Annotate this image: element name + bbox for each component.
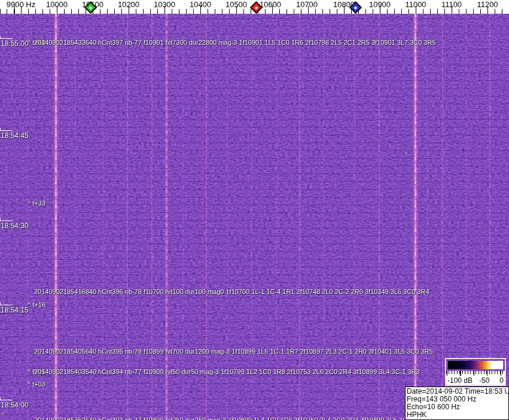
spectral-line — [151, 14, 153, 420]
colorbar-label-mid: -50 — [479, 376, 489, 385]
event-annotation: 20140902185416840 hCnt396 nb-78 f10700 h… — [34, 288, 429, 295]
spectral-line — [102, 14, 103, 420]
event-annotation: 20140902185403540 hCnt394 nb-77 f10900 h… — [34, 368, 420, 375]
spectral-line — [299, 14, 300, 420]
spectral-line — [166, 14, 167, 420]
db-colorbar: -100 dB -50 0 — [445, 358, 506, 386]
spectral-line — [426, 14, 428, 420]
spectral-line — [75, 14, 76, 420]
spectral-line — [379, 14, 380, 420]
time-label: 18:55:00 — [1, 39, 29, 48]
spectral-line — [227, 14, 228, 420]
time-tick — [0, 400, 13, 400]
time-label: 18:54:30 — [1, 222, 29, 230]
spectral-line — [251, 14, 252, 420]
colorbar-gradient — [448, 361, 503, 369]
time-label: 18:54:15 — [1, 306, 29, 314]
time-tick — [0, 305, 13, 305]
time-tick — [0, 130, 13, 131]
colorbar-label-max: 0 — [499, 376, 504, 385]
caret-mark: ^ — [1, 412, 4, 419]
spectral-line — [442, 14, 443, 420]
spectrogram[interactable]: 18:55:00 18:54:45 18:54:30 18:54:15 18:5… — [0, 14, 509, 420]
spectral-line — [127, 14, 128, 420]
spectral-line — [414, 14, 416, 420]
spectral-line — [323, 14, 324, 420]
spectral-line — [276, 14, 278, 420]
event-time-marker: ^ t+33 — [28, 200, 45, 207]
spectral-line — [55, 14, 57, 420]
event-annotation: 20140902185405640 hCnt395 nb-78 f10899 h… — [34, 348, 433, 355]
event-time-marker: ^ t+16 — [28, 301, 45, 308]
time-label: 18:54:00 — [1, 401, 29, 409]
event-time-marker: ^ t+03 — [28, 381, 45, 388]
spectrogram-app-window: 9900 Hz 10000 10100 10200 10300 10400 10… — [0, 0, 509, 420]
event-annotation: 20140902185433640 hCnt397 nb-77 f10901 h… — [34, 39, 436, 46]
frequency-ruler: 9900 Hz 10000 10100 10200 10300 10400 10… — [0, 0, 509, 14]
info-station-line: HPHK — [407, 411, 507, 419]
spectrogram-banding — [0, 14, 509, 420]
spectral-line — [354, 14, 355, 420]
colorbar-label-min: -100 dB — [447, 376, 473, 385]
colorbar-ruler: -100 dB -50 0 — [446, 371, 505, 385]
time-tick — [0, 38, 13, 39]
time-label: 18:54:45 — [1, 131, 29, 140]
status-info-box: Date=2014-09-02 Time=18:53 UTC Freq=143 … — [405, 387, 509, 420]
spectral-line — [182, 14, 184, 420]
spectral-line — [206, 14, 207, 420]
time-tick — [0, 220, 13, 221]
spectral-line — [27, 14, 28, 420]
event-annotation-partial: 20140902185352640 hCnt393 nb-77 f10899 h… — [34, 416, 425, 420]
colorbar-major-ticks — [446, 371, 505, 376]
